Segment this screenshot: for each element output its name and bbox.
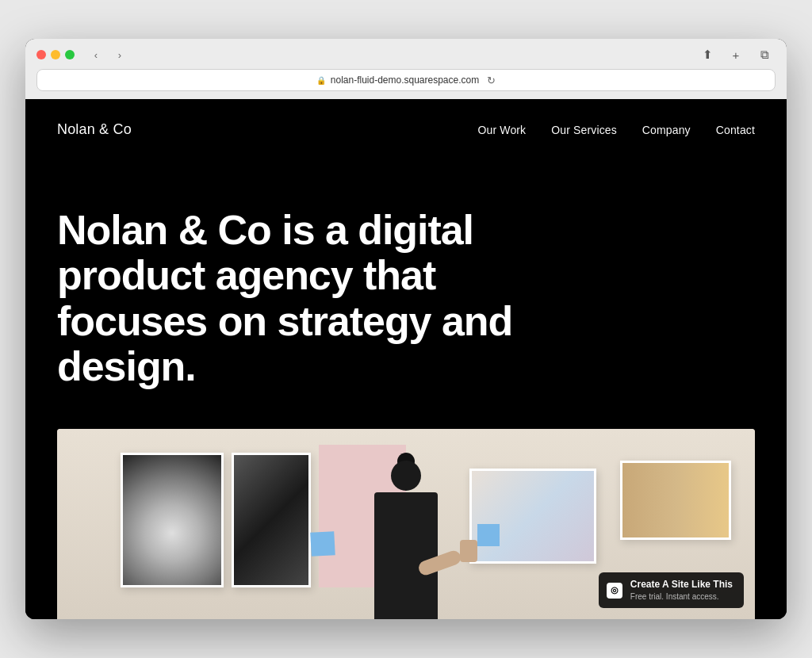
sticky-note-1: [310, 531, 335, 557]
nav-our-services[interactable]: Our Services: [551, 124, 617, 136]
browser-controls-right: ⬆ + ⧉: [696, 47, 776, 63]
squarespace-badge[interactable]: ◎ Create A Site Like This Free trial. In…: [599, 572, 744, 608]
person-hand: [460, 540, 477, 562]
badge-text: Create A Site Like This Free trial. Inst…: [630, 579, 733, 602]
traffic-lights: [36, 50, 75, 59]
tabs-button[interactable]: ⧉: [753, 47, 776, 63]
address-bar[interactable]: 🔒 nolan-fluid-demo.squarespace.com ↻: [36, 69, 776, 91]
person-head: [391, 461, 421, 491]
image-section: ◎ Create A Site Like This Free trial. In…: [25, 429, 787, 619]
browser-chrome: ‹ › ⬆ + ⧉ 🔒 nolan-fluid-demo.squarespace…: [25, 39, 787, 99]
back-button[interactable]: ‹: [86, 47, 106, 63]
person-figure: [358, 445, 454, 619]
collage-container: ◎ Create A Site Like This Free trial. In…: [57, 429, 755, 619]
share-button[interactable]: ⬆: [696, 47, 718, 63]
url-text: nolan-fluid-demo.squarespace.com: [331, 75, 479, 86]
sticky-note-2: [477, 524, 500, 546]
artwork-1-image: [123, 455, 221, 585]
squarespace-logo: ◎: [607, 583, 622, 599]
hero-section: Nolan & Co is a digital product agency t…: [25, 160, 787, 429]
reload-icon[interactable]: ↻: [487, 75, 496, 86]
artwork-4-image: [622, 463, 729, 537]
badge-subtitle: Free trial. Instant access.: [630, 591, 733, 602]
nav-contact[interactable]: Contact: [716, 124, 755, 136]
site-nav: Nolan & Co Our Work Our Services Company…: [25, 99, 787, 160]
website-content: Nolan & Co Our Work Our Services Company…: [25, 99, 787, 619]
artwork-2-image: [234, 455, 308, 585]
back-icon: ‹: [94, 49, 98, 61]
person-body: [374, 492, 438, 619]
site-logo[interactable]: Nolan & Co: [57, 121, 132, 138]
nav-company[interactable]: Company: [642, 124, 691, 136]
artwork-frame-3: [469, 469, 596, 564]
forward-button[interactable]: ›: [109, 47, 130, 63]
close-button[interactable]: [36, 50, 46, 59]
nav-links: Our Work Our Services Company Contact: [478, 124, 756, 136]
browser-nav-buttons: ‹ ›: [86, 47, 130, 63]
maximize-button[interactable]: [65, 50, 75, 59]
new-tab-button[interactable]: +: [725, 47, 747, 63]
badge-title: Create A Site Like This: [630, 579, 733, 591]
lock-icon: 🔒: [316, 76, 326, 85]
artwork-frame-2: [232, 453, 311, 587]
squarespace-logo-mark: ◎: [611, 585, 619, 595]
browser-window: ‹ › ⬆ + ⧉ 🔒 nolan-fluid-demo.squarespace…: [25, 39, 787, 619]
nav-our-work[interactable]: Our Work: [478, 124, 527, 136]
forward-icon: ›: [118, 49, 121, 61]
hero-headline: Nolan & Co is a digital product agency t…: [57, 208, 549, 389]
artwork-frame-1: [121, 453, 224, 587]
address-bar-row: 🔒 nolan-fluid-demo.squarespace.com ↻: [36, 69, 776, 99]
minimize-button[interactable]: [51, 50, 60, 59]
artwork-frame-4: [620, 461, 731, 540]
artwork-3-image: [472, 471, 594, 561]
